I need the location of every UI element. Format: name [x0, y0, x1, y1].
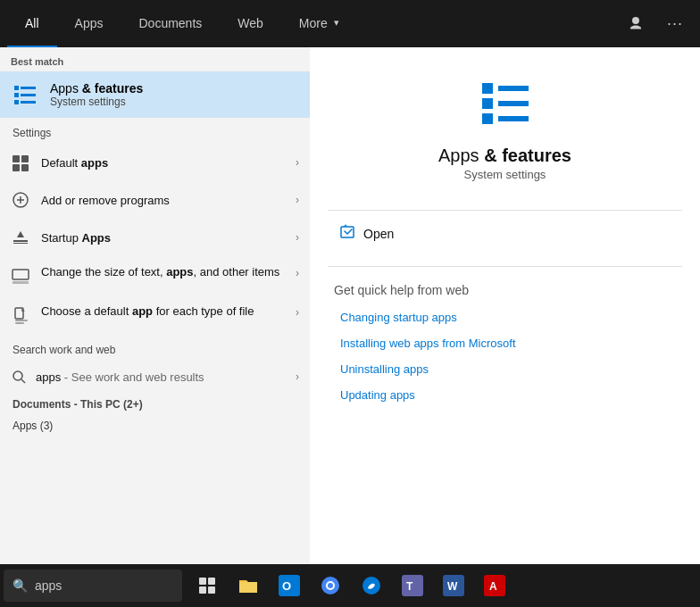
quick-help-link-uninstall[interactable]: Uninstalling apps: [328, 356, 682, 382]
apps-features-icon: [11, 80, 39, 109]
apps-label: Apps (3): [0, 416, 310, 436]
chevron-right-icon: ›: [296, 194, 299, 206]
svg-rect-29: [199, 578, 206, 585]
text-size-text: Change the size of text, apps, and other…: [41, 265, 285, 279]
documents-section: Documents - This PC (2+): [0, 393, 310, 416]
right-panel: Apps & features System settings Open Get…: [310, 47, 700, 607]
svg-text:W: W: [447, 580, 458, 593]
svg-rect-18: [15, 320, 28, 321]
svg-rect-26: [482, 113, 493, 124]
edge-icon: [361, 575, 382, 596]
settings-item-add-remove[interactable]: Add or remove programs ›: [0, 181, 310, 219]
file-explorer-button[interactable]: [229, 566, 268, 605]
svg-rect-15: [12, 270, 29, 279]
default-file-icon: [11, 306, 30, 326]
top-navigation: All Apps Documents Web More ▾ ···: [0, 0, 700, 47]
main-content: Best match Apps & features System settin…: [0, 47, 700, 607]
default-apps-icon: [11, 153, 30, 172]
svg-rect-19: [15, 322, 24, 324]
best-match-text: Apps & features System settings: [50, 81, 299, 108]
open-button[interactable]: Open: [328, 218, 682, 250]
chrome-button[interactable]: [311, 566, 350, 605]
quick-help-link-update[interactable]: Updating apps: [328, 382, 682, 408]
person-icon: [628, 16, 644, 32]
chevron-right-icon: ›: [296, 267, 299, 279]
nav-icon-group: ···: [618, 6, 693, 42]
text-size-icon: [11, 267, 30, 287]
chrome-icon: [320, 575, 341, 596]
tab-more-label: More: [299, 16, 328, 30]
tab-documents[interactable]: Documents: [121, 0, 220, 47]
svg-rect-25: [498, 101, 529, 106]
quick-help-link-install[interactable]: Installing web apps from Microsoft: [328, 330, 682, 356]
taskbar-search-text: apps: [35, 578, 62, 593]
svg-rect-28: [341, 227, 354, 237]
settings-item-default-apps[interactable]: Default apps ›: [0, 144, 310, 181]
svg-rect-4: [14, 100, 19, 104]
svg-text:T: T: [406, 580, 413, 593]
best-match-item[interactable]: Apps & features System settings: [0, 71, 310, 118]
word-icon: W: [443, 575, 464, 596]
settings-item-default-file[interactable]: Choose a default app for each type of fi…: [0, 295, 310, 335]
tab-all[interactable]: All: [7, 0, 57, 47]
word-button[interactable]: W: [434, 566, 473, 605]
tab-web[interactable]: Web: [220, 0, 281, 47]
best-match-title: Apps & features: [50, 81, 299, 96]
svg-rect-22: [482, 83, 493, 94]
taskbar-search[interactable]: 🔍 apps: [4, 570, 182, 602]
ellipsis-icon-btn[interactable]: ···: [657, 6, 693, 42]
default-file-text: Choose a default app for each type of fi…: [41, 304, 285, 318]
settings-item-text-size[interactable]: Change the size of text, apps, and other…: [0, 256, 310, 295]
left-panel: Best match Apps & features System settin…: [0, 47, 310, 607]
divider-2: [328, 266, 682, 267]
search-web-item[interactable]: apps - See work and web results ›: [0, 361, 310, 393]
acrobat-button[interactable]: A: [475, 566, 514, 605]
best-match-label: Best match: [0, 47, 310, 71]
file-explorer-icon: [238, 575, 259, 596]
app-title: Apps & features: [438, 146, 571, 166]
startup-text: Startup Apps: [41, 231, 285, 245]
teams-button[interactable]: T: [393, 566, 432, 605]
default-apps-text: Default apps: [41, 156, 285, 170]
outlook-icon: O: [279, 575, 300, 596]
quick-help-link-startup[interactable]: Changing startup apps: [328, 304, 682, 330]
svg-rect-2: [14, 93, 19, 97]
svg-rect-32: [208, 586, 215, 594]
chevron-right-icon: ›: [296, 231, 299, 244]
taskbar: 🔍 apps O T W A: [0, 564, 700, 607]
svg-rect-23: [498, 86, 529, 91]
divider: [328, 210, 682, 211]
chevron-right-icon: ›: [296, 306, 299, 319]
svg-rect-24: [482, 98, 493, 109]
documents-label: Documents - This PC (2+): [12, 398, 297, 413]
svg-rect-1: [21, 87, 36, 89]
app-icon-large: [479, 74, 532, 131]
svg-rect-16: [12, 281, 29, 284]
person-icon-btn[interactable]: [618, 6, 654, 42]
best-match-subtitle: System settings: [50, 96, 299, 108]
chevron-down-icon: ▾: [334, 17, 339, 29]
svg-text:O: O: [282, 579, 291, 593]
svg-text:A: A: [489, 580, 497, 593]
settings-label: Settings: [0, 118, 310, 144]
svg-point-20: [13, 371, 22, 380]
taskview-button[interactable]: [188, 566, 227, 605]
app-subtitle: System settings: [464, 168, 546, 181]
add-remove-icon: [11, 190, 30, 210]
svg-rect-13: [13, 240, 28, 242]
ellipsis-icon: ···: [667, 14, 683, 33]
search-web-text: apps - See work and web results: [36, 370, 287, 384]
tab-more[interactable]: More ▾: [281, 0, 357, 47]
search-web-icon: [11, 369, 27, 385]
taskview-icon: [198, 577, 216, 595]
tab-apps[interactable]: Apps: [57, 0, 121, 47]
svg-rect-30: [208, 578, 215, 585]
acrobat-icon: A: [484, 575, 505, 596]
svg-rect-9: [21, 164, 29, 171]
edge-button[interactable]: [352, 566, 391, 605]
svg-rect-27: [498, 116, 529, 121]
settings-item-startup[interactable]: Startup Apps ›: [0, 219, 310, 256]
outlook-button[interactable]: O: [270, 566, 309, 605]
svg-rect-8: [12, 164, 20, 171]
teams-icon: T: [402, 575, 423, 596]
